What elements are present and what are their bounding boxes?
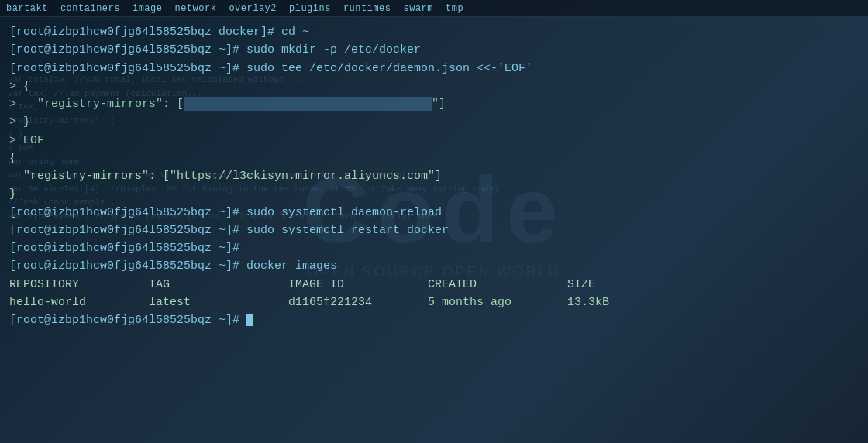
terminal-table-header: REPOSITORY TAG IMAGE ID CREATED SIZE [9, 276, 859, 294]
terminal-line-11: [root@izbp1hcw0fjg64l58525bqz ~]# sudo s… [9, 204, 859, 222]
nav-bar: bartakt containers image network overlay… [0, 0, 868, 17]
terminal-line-12: [root@izbp1hcw0fjg64l58525bqz ~]# sudo s… [9, 222, 859, 239]
nav-item-bartakt[interactable]: bartakt [6, 3, 48, 14]
nav-item-runtimes[interactable]: runtimes [343, 3, 391, 14]
nav-item-overlay2[interactable]: overlay2 [229, 3, 277, 14]
terminal-prompt-cursor: [root@izbp1hcw0fjg64l58525bqz ~]# [9, 311, 859, 329]
terminal: [root@izbp1hcw0fjg64l58525bqz docker]# c… [0, 0, 868, 443]
nav-item-plugins[interactable]: plugins [289, 3, 331, 14]
terminal-line-4: > { [9, 77, 859, 95]
terminal-output: [root@izbp1hcw0fjg64l58525bqz docker]# c… [0, 17, 868, 335]
terminal-line-7: > EOF [9, 132, 859, 149]
terminal-line-14: [root@izbp1hcw0fjg64l58525bqz ~]# docker… [9, 257, 859, 275]
terminal-line-13: [root@izbp1hcw0fjg64l58525bqz ~]# [9, 239, 859, 257]
nav-item-image[interactable]: image [133, 3, 163, 14]
nav-item-swarm[interactable]: swarm [404, 3, 434, 14]
terminal-line-2: [root@izbp1hcw0fjg64l58525bqz ~]# sudo m… [9, 41, 859, 59]
terminal-line-3: [root@izbp1hcw0fjg64l58525bqz ~]# sudo t… [9, 60, 859, 77]
nav-item-network[interactable]: network [174, 3, 216, 14]
nav-item-containers[interactable]: containers [60, 3, 120, 14]
terminal-line-6: > } [9, 113, 859, 131]
terminal-line-9: "registry-mirrors": ["https://l3ckisyn.m… [9, 167, 859, 185]
terminal-line-5: > "registry-mirrors": [ "] [9, 95, 859, 113]
terminal-line-10: } [9, 185, 859, 203]
nav-item-tmp[interactable]: tmp [446, 3, 463, 14]
terminal-table-row-1: hello-world latest d1165f221234 5 months… [9, 294, 859, 311]
terminal-line-8: { [9, 149, 859, 167]
terminal-cursor [246, 314, 253, 326]
terminal-line-1: [root@izbp1hcw0fjg64l58525bqz docker]# c… [9, 23, 859, 41]
